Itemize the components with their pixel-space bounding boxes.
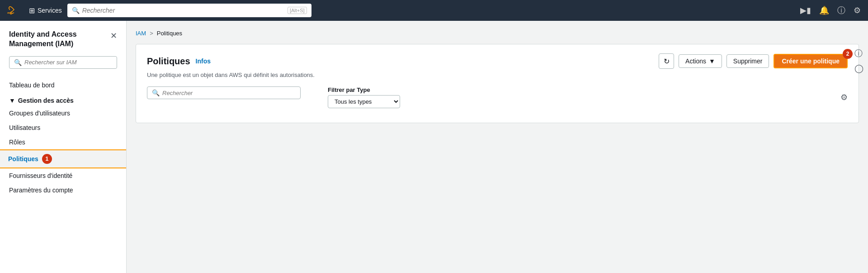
panel-info-link[interactable]: Infos [196, 57, 211, 65]
svg-text:aws: aws [7, 11, 13, 14]
sidebar-item-groupes[interactable]: Groupes d'utilisateurs [0, 106, 126, 120]
refresh-button[interactable]: ↻ [659, 53, 674, 69]
breadcrumb-separator: > [150, 30, 153, 37]
step-badge-1: 1 [42, 154, 52, 164]
feedback-icon[interactable]: ◯ [854, 63, 863, 73]
services-label: Services [38, 7, 62, 14]
aws-logo[interactable]: aws [7, 5, 24, 15]
main-content: IAM > Politiques Politiques Infos ↻ Acti… [127, 21, 868, 273]
panel-title-row: Politiques Infos [147, 56, 211, 67]
sidebar-close-button[interactable]: ✕ [110, 31, 117, 41]
services-menu[interactable]: ⊞ Services [29, 6, 62, 15]
table-settings-icon[interactable]: ⚙ [840, 92, 848, 102]
breadcrumb-iam-link[interactable]: IAM [136, 30, 146, 37]
panel-toolbar: ↻ Actions ▼ Supprimer Créer une politiqu… [659, 53, 848, 69]
nav-icons: ▶▮ 🔔 ⓘ ⚙ [800, 5, 861, 16]
create-policy-button[interactable]: Créer une politique [774, 54, 848, 68]
grid-icon: ⊞ [29, 6, 35, 15]
filter-area: 🔍 Filtrer par Type Tous les types ⚙ [147, 86, 848, 108]
actions-dropdown-button[interactable]: Actions ▼ [679, 54, 722, 68]
delete-button[interactable]: Supprimer [726, 54, 769, 68]
type-filter-group: Filtrer par Type Tous les types [328, 86, 400, 108]
chevron-down-icon: ▼ [9, 97, 15, 104]
info-circle-icon[interactable]: ⓘ [854, 48, 863, 59]
search-icon: 🔍 [72, 7, 80, 14]
sidebar-header: Identity and Access Management (IAM) ✕ [0, 30, 126, 56]
top-navigation: aws ⊞ Services 🔍 [Alt+S] ▶▮ 🔔 ⓘ ⚙ [0, 0, 868, 21]
breadcrumb-current: Politiques [157, 30, 182, 37]
bell-icon[interactable]: 🔔 [819, 5, 829, 15]
type-filter-select[interactable]: Tous les types [328, 95, 400, 108]
step-badge-2: 2 [843, 49, 853, 59]
search-filter-group: 🔍 [147, 86, 319, 99]
global-search-bar[interactable]: 🔍 [Alt+S] [67, 4, 311, 17]
actions-label: Actions [685, 57, 706, 65]
global-search-input[interactable] [82, 7, 285, 14]
panel-title: Politiques [147, 56, 190, 67]
sidebar-item-utilisateurs[interactable]: Utilisateurs [0, 120, 126, 135]
help-icon[interactable]: ⓘ [837, 5, 845, 16]
sidebar-item-roles[interactable]: Rôles [0, 135, 126, 149]
sidebar-search-input[interactable] [24, 59, 112, 66]
sidebar: Identity and Access Management (IAM) ✕ 🔍… [0, 21, 127, 273]
breadcrumb: IAM > Politiques [136, 30, 859, 37]
right-float-icons: ⓘ ◯ [854, 48, 863, 73]
sidebar-item-parametres[interactable]: Paramètres du compte [0, 183, 126, 197]
sidebar-item-fournisseurs[interactable]: Fournisseurs d'identité [0, 168, 126, 183]
sidebar-item-tableau-de-bord[interactable]: Tableau de bord [0, 78, 126, 92]
sidebar-search-icon: 🔍 [14, 59, 22, 66]
create-button-wrapper: Créer une politique 2 [774, 54, 848, 68]
actions-chevron-icon: ▼ [709, 57, 715, 65]
panel-header: Politiques Infos ↻ Actions ▼ Supprimer C… [147, 53, 848, 69]
policies-panel: Politiques Infos ↻ Actions ▼ Supprimer C… [136, 44, 859, 123]
sidebar-section-gestion[interactable]: ▼ Gestion des accès [0, 92, 126, 106]
sidebar-item-politiques[interactable]: Politiques 1 [0, 149, 126, 168]
panel-description: Une politique est un objet dans AWS qui … [147, 72, 848, 78]
terminal-icon[interactable]: ▶▮ [800, 5, 811, 15]
settings-icon[interactable]: ⚙ [854, 5, 861, 15]
filter-search-input[interactable] [162, 90, 296, 96]
sidebar-title: Identity and Access Management (IAM) [9, 30, 110, 49]
sidebar-nav: Tableau de bord ▼ Gestion des accès Grou… [0, 78, 126, 197]
filter-search-icon: 🔍 [152, 89, 160, 96]
sidebar-search: 🔍 [0, 56, 126, 78]
filter-type-label: Filtrer par Type [328, 86, 400, 93]
search-filter-input-wrap: 🔍 [147, 86, 301, 99]
search-shortcut: [Alt+S] [288, 7, 307, 14]
